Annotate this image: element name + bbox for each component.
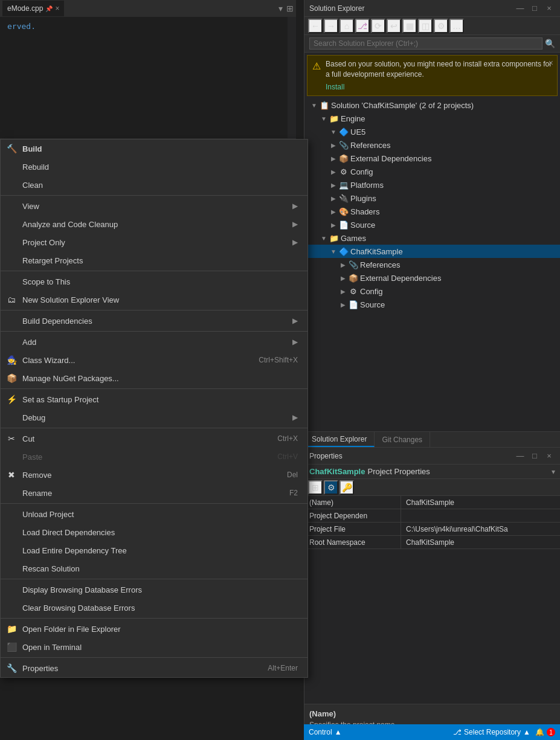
ctx-item-build-dep[interactable]: Build Dependencies▶	[1, 312, 307, 330]
status-bell[interactable]: 🔔 1	[535, 728, 555, 736]
expand-icon: ▼	[329, 127, 338, 137]
item-icon-solution: 📋	[319, 100, 330, 111]
se-search-input[interactable]	[309, 37, 542, 50]
ctx-item-add[interactable]: Add▶	[1, 333, 307, 351]
rename-shortcut: F2	[289, 489, 298, 497]
ctx-item-open-terminal[interactable]: ⬛Open in Terminal	[1, 638, 307, 656]
ctx-item-rebuild[interactable]: Rebuild	[1, 158, 307, 176]
ctx-item-scope[interactable]: Scope to This	[1, 272, 307, 291]
tree-item-shaders[interactable]: ▶🎨Shaders	[304, 205, 560, 218]
tab-git-changes[interactable]: Git Changes	[375, 432, 430, 447]
ctx-item-project-only[interactable]: Project Only▶	[1, 233, 307, 251]
item-label: Source	[360, 300, 385, 309]
se-settings-btn[interactable]: ⚙	[434, 19, 448, 33]
ctx-item-new-se-view[interactable]: 🗂New Solution Explorer View	[1, 291, 307, 309]
props-toolbar-key-btn[interactable]: 🔑	[340, 480, 354, 495]
ctx-item-set-startup[interactable]: ⚡Set as Startup Project	[1, 390, 307, 408]
ctx-item-properties[interactable]: 🔧PropertiesAlt+Enter	[1, 659, 307, 677]
tree-item-ue5[interactable]: ▼🔷UE5	[304, 125, 560, 138]
ctx-item-cut[interactable]: ✂CutCtrl+X	[1, 430, 307, 448]
cut-label: Cut	[22, 434, 34, 443]
item-icon-folder: 📁	[329, 113, 340, 124]
ctx-item-rescan[interactable]: Rescan Solution	[1, 559, 307, 578]
props-row-project-file[interactable]: Project FileC:\Users\jn4ki\unreal\ChafKi…	[304, 523, 560, 536]
separator-after-debug	[1, 428, 307, 428]
tree-item-config[interactable]: ▶⚙Config	[304, 285, 560, 298]
ctx-item-open-folder[interactable]: 📁Open Folder in File Explorer	[1, 620, 307, 638]
props-maximize-icon[interactable]: □	[529, 450, 541, 462]
se-maximize-icon[interactable]: □	[529, 2, 541, 14]
prop-value: ChafKitSample	[401, 496, 560, 509]
separator-after-rename	[1, 503, 307, 504]
editor-chevron-down-icon[interactable]: ▾	[278, 4, 283, 13]
ctx-item-analyze[interactable]: Analyze and Code Cleanup▶	[1, 215, 307, 233]
item-label: External Dependencies	[360, 274, 441, 283]
tree-item-external-dependencies[interactable]: ▶📦External Dependencies	[304, 152, 560, 165]
ctx-item-view[interactable]: View▶	[1, 197, 307, 215]
tree-item-chafkitsample[interactable]: ▼🔷ChafKitSample	[304, 245, 560, 258]
status-select-repo[interactable]: ⎇ Select Repository ▲	[453, 728, 530, 736]
ctx-item-manage-nuget[interactable]: 📦Manage NuGet Packages...	[1, 369, 307, 387]
ctx-item-rename[interactable]: RenameF2	[1, 484, 307, 502]
se-install-link[interactable]: Install	[326, 82, 552, 92]
tree-item-source[interactable]: ▶📄Source	[304, 218, 560, 231]
props-pin-icon[interactable]: —	[514, 450, 526, 462]
props-row-root-namespace[interactable]: Root NamespaceChafKitSample	[304, 536, 560, 549]
tree-item-games[interactable]: ▼📁Games	[304, 231, 560, 245]
se-layout-btn[interactable]: ▦	[402, 19, 417, 33]
se-undo-btn[interactable]: ↩	[387, 19, 401, 33]
props-toolbar-grid-btn[interactable]: ⊞	[308, 480, 323, 495]
se-sync-btn[interactable]: ⟳	[371, 19, 385, 33]
ctx-item-unload[interactable]: Unload Project	[1, 505, 307, 523]
ctx-item-clean[interactable]: Clean	[1, 176, 307, 194]
editor-tab[interactable]: eMode.cpp 📌 ×	[2, 1, 64, 16]
tree-item-references[interactable]: ▶📎References	[304, 138, 560, 152]
build-dep-label: Build Dependencies	[22, 317, 92, 326]
ctx-item-load-direct[interactable]: Load Direct Dependencies	[1, 523, 307, 541]
ctx-item-remove[interactable]: ✖RemoveDel	[1, 466, 307, 484]
props-dropdown-icon[interactable]: ▾	[552, 468, 555, 476]
tree-item-references[interactable]: ▶📎References	[304, 258, 560, 271]
props-toolbar-sort-btn[interactable]: ⚙	[324, 480, 338, 495]
editor-scrollbar[interactable]	[288, 17, 296, 138]
props-row-name[interactable]: (Name)ChafKitSample	[304, 496, 560, 509]
editor-move-icon[interactable]: ⊞	[286, 4, 294, 13]
tree-item-source[interactable]: ▶📄Source	[304, 298, 560, 311]
se-title-text: Solution Explorer	[309, 4, 512, 13]
se-pin-icon[interactable]: —	[514, 2, 526, 14]
se-close-icon[interactable]: ×	[543, 2, 555, 14]
status-control[interactable]: Control ▲	[309, 728, 342, 736]
editor-tab-close[interactable]: ×	[55, 4, 59, 13]
tree-item-plugins[interactable]: ▶🔌Plugins	[304, 191, 560, 205]
tree-item-external-dependencies[interactable]: ▶📦External Dependencies	[304, 271, 560, 285]
se-warning-close-btn[interactable]: ×	[549, 58, 553, 68]
editor-area: eMode.cpp 📌 × ▾ ⊞ erved.	[0, 0, 296, 139]
se-forward-btn[interactable]: →	[324, 19, 338, 33]
ctx-item-build[interactable]: 🔨Build	[1, 140, 307, 158]
ctx-item-paste[interactable]: PasteCtrl+V	[1, 448, 307, 466]
props-row-project-dependen[interactable]: Project Dependen	[304, 509, 560, 523]
tree-item-config[interactable]: ▶⚙Config	[304, 165, 560, 178]
ctx-item-class-wizard[interactable]: 🧙Class Wizard...Ctrl+Shift+X	[1, 351, 307, 369]
ctx-item-retarget[interactable]: Retarget Projects	[1, 251, 307, 269]
se-more-btn[interactable]: …	[449, 19, 464, 33]
tab-solution-explorer[interactable]: Solution Explorer	[304, 432, 375, 447]
se-home-btn[interactable]: ⌂	[340, 19, 354, 33]
ctx-item-display-errors[interactable]: Display Browsing Database Errors	[1, 581, 307, 599]
se-git-btn[interactable]: ⎇	[355, 19, 370, 33]
tree-item-solution-'chafkitsample'-2-of-2-projects[interactable]: ▼📋Solution 'ChafKitSample' (2 of 2 proje…	[304, 98, 560, 112]
editor-tab-pin[interactable]: 📌	[45, 5, 53, 12]
editor-text: erved.	[7, 22, 36, 31]
ctx-item-clear-errors[interactable]: Clear Browsing Database Errors	[1, 599, 307, 617]
ctx-item-debug[interactable]: Debug▶	[1, 408, 307, 426]
properties-label: Properties	[22, 664, 58, 673]
item-icon-ref: 📎	[338, 140, 349, 150]
props-close-icon[interactable]: ×	[543, 450, 555, 462]
ctx-item-load-entire[interactable]: Load Entire Dependency Tree	[1, 541, 307, 559]
prop-name: Project File	[304, 523, 401, 535]
se-preview-btn[interactable]: ◫	[418, 19, 433, 33]
tree-item-engine[interactable]: ▼📁Engine	[304, 112, 560, 125]
tree-item-platforms[interactable]: ▶💻Platforms	[304, 178, 560, 191]
solution-explorer-panel: Solution Explorer — □ × ← → ⌂ ⎇ ⟳ ↩ ▦ ◫ …	[304, 0, 560, 447]
se-back-btn[interactable]: ←	[308, 19, 323, 33]
